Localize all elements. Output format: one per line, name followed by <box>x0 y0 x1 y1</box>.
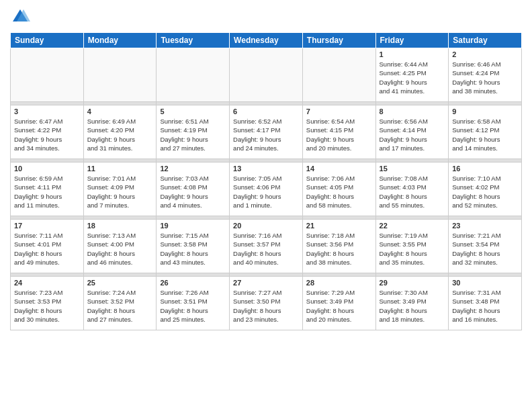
day-cell: 10Sunrise: 6:59 AM Sunset: 4:11 PM Dayli… <box>11 163 84 216</box>
day-number: 28 <box>306 279 372 287</box>
day-info: Sunrise: 7:31 AM Sunset: 3:48 PM Dayligh… <box>452 288 518 324</box>
day-cell <box>230 48 303 102</box>
day-number: 3 <box>14 107 80 116</box>
day-info: Sunrise: 7:26 AM Sunset: 3:51 PM Dayligh… <box>160 288 226 324</box>
day-info: Sunrise: 7:11 AM Sunset: 4:01 PM Dayligh… <box>14 231 80 267</box>
day-cell: 30Sunrise: 7:31 AM Sunset: 3:48 PM Dayli… <box>449 277 522 330</box>
week-row-4: 24Sunrise: 7:23 AM Sunset: 3:53 PM Dayli… <box>11 277 522 330</box>
day-number: 15 <box>380 165 445 173</box>
day-number: 10 <box>14 165 80 173</box>
day-cell <box>83 48 157 102</box>
day-number: 4 <box>87 107 153 116</box>
day-cell: 11Sunrise: 7:01 AM Sunset: 4:09 PM Dayli… <box>83 163 157 216</box>
day-info: Sunrise: 6:52 AM Sunset: 4:17 PM Dayligh… <box>233 117 299 152</box>
day-info: Sunrise: 7:19 AM Sunset: 3:55 PM Dayligh… <box>380 231 445 267</box>
day-info: Sunrise: 6:46 AM Sunset: 4:24 PM Dayligh… <box>452 60 518 95</box>
day-info: Sunrise: 7:08 AM Sunset: 4:03 PM Dayligh… <box>380 174 445 210</box>
logo <box>10 7 33 27</box>
day-cell: 22Sunrise: 7:19 AM Sunset: 3:55 PM Dayli… <box>375 220 449 273</box>
day-info: Sunrise: 7:23 AM Sunset: 3:53 PM Dayligh… <box>14 288 80 324</box>
day-cell: 25Sunrise: 7:24 AM Sunset: 3:52 PM Dayli… <box>83 277 157 330</box>
day-cell: 12Sunrise: 7:03 AM Sunset: 4:08 PM Dayli… <box>157 163 230 216</box>
day-info: Sunrise: 6:56 AM Sunset: 4:14 PM Dayligh… <box>380 117 445 152</box>
week-row-1: 3Sunrise: 6:47 AM Sunset: 4:22 PM Daylig… <box>11 105 522 159</box>
day-cell: 27Sunrise: 7:27 AM Sunset: 3:50 PM Dayli… <box>230 277 303 330</box>
day-info: Sunrise: 6:54 AM Sunset: 4:15 PM Dayligh… <box>306 117 372 152</box>
col-header-thursday: Thursday <box>302 33 375 48</box>
day-cell: 21Sunrise: 7:18 AM Sunset: 3:56 PM Dayli… <box>302 220 375 273</box>
day-info: Sunrise: 6:44 AM Sunset: 4:25 PM Dayligh… <box>380 60 445 95</box>
day-number: 14 <box>306 165 372 173</box>
day-info: Sunrise: 7:06 AM Sunset: 4:05 PM Dayligh… <box>306 174 372 210</box>
day-info: Sunrise: 7:15 AM Sunset: 3:58 PM Dayligh… <box>160 231 226 267</box>
day-cell: 15Sunrise: 7:08 AM Sunset: 4:03 PM Dayli… <box>375 163 449 216</box>
day-number: 21 <box>306 222 372 230</box>
day-cell: 18Sunrise: 7:13 AM Sunset: 4:00 PM Dayli… <box>83 220 157 273</box>
day-number: 24 <box>14 279 80 287</box>
day-cell: 2Sunrise: 6:46 AM Sunset: 4:24 PM Daylig… <box>449 48 522 102</box>
header-row: SundayMondayTuesdayWednesdayThursdayFrid… <box>11 33 522 48</box>
day-number: 6 <box>233 107 299 116</box>
day-number: 19 <box>160 222 226 230</box>
day-number: 20 <box>233 222 299 230</box>
col-header-saturday: Saturday <box>449 33 522 48</box>
day-number: 30 <box>452 279 518 287</box>
day-cell: 8Sunrise: 6:56 AM Sunset: 4:14 PM Daylig… <box>375 105 449 159</box>
day-info: Sunrise: 7:21 AM Sunset: 3:54 PM Dayligh… <box>452 231 518 267</box>
day-number: 8 <box>380 107 445 116</box>
day-number: 12 <box>160 165 226 173</box>
day-number: 27 <box>233 279 299 287</box>
day-number: 1 <box>380 50 445 58</box>
week-row-2: 10Sunrise: 6:59 AM Sunset: 4:11 PM Dayli… <box>11 163 522 216</box>
day-cell: 24Sunrise: 7:23 AM Sunset: 3:53 PM Dayli… <box>11 277 84 330</box>
day-number: 23 <box>452 222 518 230</box>
logo-icon <box>10 7 30 27</box>
day-cell: 1Sunrise: 6:44 AM Sunset: 4:25 PM Daylig… <box>375 48 449 102</box>
day-number: 18 <box>87 222 153 230</box>
day-cell: 7Sunrise: 6:54 AM Sunset: 4:15 PM Daylig… <box>302 105 375 159</box>
day-cell: 13Sunrise: 7:05 AM Sunset: 4:06 PM Dayli… <box>230 163 303 216</box>
day-info: Sunrise: 6:59 AM Sunset: 4:11 PM Dayligh… <box>14 174 80 210</box>
col-header-monday: Monday <box>83 33 157 48</box>
col-header-tuesday: Tuesday <box>157 33 230 48</box>
day-number: 25 <box>87 279 153 287</box>
day-number: 2 <box>452 50 518 58</box>
day-cell <box>11 48 84 102</box>
day-info: Sunrise: 7:18 AM Sunset: 3:56 PM Dayligh… <box>306 231 372 267</box>
day-cell: 6Sunrise: 6:52 AM Sunset: 4:17 PM Daylig… <box>230 105 303 159</box>
day-info: Sunrise: 6:49 AM Sunset: 4:20 PM Dayligh… <box>87 117 153 152</box>
calendar: SundayMondayTuesdayWednesdayThursdayFrid… <box>10 32 522 330</box>
day-cell: 3Sunrise: 6:47 AM Sunset: 4:22 PM Daylig… <box>11 105 84 159</box>
day-number: 22 <box>380 222 445 230</box>
day-info: Sunrise: 7:10 AM Sunset: 4:02 PM Dayligh… <box>452 174 518 210</box>
header <box>10 7 522 27</box>
day-info: Sunrise: 7:30 AM Sunset: 3:49 PM Dayligh… <box>380 288 445 324</box>
day-cell: 4Sunrise: 6:49 AM Sunset: 4:20 PM Daylig… <box>83 105 157 159</box>
day-info: Sunrise: 6:58 AM Sunset: 4:12 PM Dayligh… <box>452 117 518 152</box>
day-cell: 14Sunrise: 7:06 AM Sunset: 4:05 PM Dayli… <box>302 163 375 216</box>
day-number: 16 <box>452 165 518 173</box>
day-info: Sunrise: 7:01 AM Sunset: 4:09 PM Dayligh… <box>87 174 153 210</box>
day-cell: 17Sunrise: 7:11 AM Sunset: 4:01 PM Dayli… <box>11 220 84 273</box>
day-info: Sunrise: 6:47 AM Sunset: 4:22 PM Dayligh… <box>14 117 80 152</box>
day-number: 13 <box>233 165 299 173</box>
day-cell: 23Sunrise: 7:21 AM Sunset: 3:54 PM Dayli… <box>449 220 522 273</box>
day-number: 17 <box>14 222 80 230</box>
day-number: 7 <box>306 107 372 116</box>
col-header-sunday: Sunday <box>11 33 84 48</box>
day-cell: 19Sunrise: 7:15 AM Sunset: 3:58 PM Dayli… <box>157 220 230 273</box>
day-cell <box>157 48 230 102</box>
day-cell: 29Sunrise: 7:30 AM Sunset: 3:49 PM Dayli… <box>375 277 449 330</box>
day-cell <box>302 48 375 102</box>
day-number: 9 <box>452 107 518 116</box>
day-cell: 20Sunrise: 7:16 AM Sunset: 3:57 PM Dayli… <box>230 220 303 273</box>
day-cell: 5Sunrise: 6:51 AM Sunset: 4:19 PM Daylig… <box>157 105 230 159</box>
day-number: 29 <box>380 279 445 287</box>
day-info: Sunrise: 6:51 AM Sunset: 4:19 PM Dayligh… <box>160 117 226 152</box>
day-number: 5 <box>160 107 226 116</box>
week-row-3: 17Sunrise: 7:11 AM Sunset: 4:01 PM Dayli… <box>11 220 522 273</box>
day-cell: 28Sunrise: 7:29 AM Sunset: 3:49 PM Dayli… <box>302 277 375 330</box>
col-header-friday: Friday <box>375 33 449 48</box>
day-info: Sunrise: 7:05 AM Sunset: 4:06 PM Dayligh… <box>233 174 299 210</box>
day-info: Sunrise: 7:16 AM Sunset: 3:57 PM Dayligh… <box>233 231 299 267</box>
